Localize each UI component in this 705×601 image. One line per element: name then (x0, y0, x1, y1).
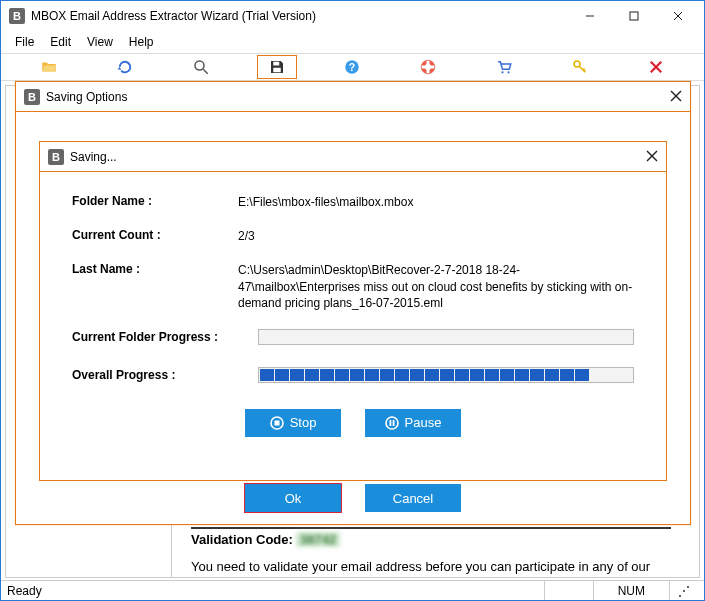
titlebar: B MBOX Email Address Extractor Wizard (T… (1, 1, 704, 31)
svg-rect-7 (273, 68, 281, 73)
svg-rect-26 (274, 420, 279, 425)
stop-icon (270, 416, 284, 430)
folder-name-value: E:\Files\mbox-files\mailbox.mbox (238, 194, 634, 210)
svg-text:?: ? (349, 61, 355, 73)
pause-button[interactable]: Pause (365, 409, 461, 437)
svg-point-18 (574, 61, 580, 67)
search-icon[interactable] (181, 55, 221, 79)
current-folder-progress-label: Current Folder Progress : (72, 330, 258, 344)
status-seg-empty (544, 581, 593, 600)
saving-options-title: Saving Options (46, 90, 127, 104)
lifesaver-icon[interactable] (408, 55, 448, 79)
current-count-label: Current Count : (72, 228, 238, 244)
cancel-button[interactable]: Cancel (365, 484, 461, 512)
close-button[interactable] (656, 2, 700, 30)
app-icon: B (9, 8, 25, 24)
last-name-label: Last Name : (72, 262, 238, 311)
menu-view[interactable]: View (79, 33, 121, 51)
svg-rect-29 (392, 420, 394, 426)
key-icon[interactable] (560, 55, 600, 79)
last-name-value: C:\Users\admin\Desktop\BitRecover-2-7-20… (238, 262, 634, 311)
saving-options-header: B Saving Options (16, 82, 690, 112)
toolbar: ? (1, 53, 704, 81)
saving-progress-dialog: B Saving... Folder Name : E:\Files\mbox-… (39, 141, 667, 481)
ok-button[interactable]: Ok (245, 484, 341, 512)
menu-help[interactable]: Help (121, 33, 162, 51)
saving-progress-header: B Saving... (40, 142, 666, 172)
saving-progress-title: Saving... (70, 150, 117, 164)
overall-progress-label: Overall Progress : (72, 368, 258, 382)
menu-edit[interactable]: Edit (42, 33, 79, 51)
help-icon[interactable]: ? (332, 55, 372, 79)
saving-options-footer: Ok Cancel (16, 484, 690, 512)
svg-rect-6 (273, 62, 279, 66)
pause-icon (385, 416, 399, 430)
svg-point-15 (425, 64, 431, 70)
menu-file[interactable]: File (7, 33, 42, 51)
validation-label: Validation Code: (191, 532, 293, 547)
statusbar: Ready NUM ⋰ (1, 580, 704, 600)
validation-code: 38742 (296, 532, 340, 547)
svg-point-4 (195, 61, 204, 70)
save-icon[interactable] (257, 55, 297, 79)
folder-name-label: Folder Name : (72, 194, 238, 210)
dialog-icon: B (48, 149, 64, 165)
svg-rect-1 (630, 12, 638, 20)
cart-icon[interactable] (484, 55, 524, 79)
saving-options-close-button[interactable] (670, 88, 682, 106)
svg-point-27 (386, 417, 398, 429)
status-ready: Ready (7, 584, 42, 598)
minimize-button[interactable] (568, 2, 612, 30)
svg-line-5 (203, 69, 208, 74)
validation-panel: Validation Code: 38742 You need to valid… (191, 527, 671, 576)
svg-point-16 (502, 71, 504, 73)
svg-point-17 (508, 71, 510, 73)
maximize-button[interactable] (612, 2, 656, 30)
status-seg-grip: ⋰ (669, 581, 698, 600)
window-title: MBOX Email Address Extractor Wizard (Tri… (31, 9, 316, 23)
current-folder-progress-bar (258, 329, 634, 345)
menubar: File Edit View Help (1, 31, 704, 53)
saving-progress-close-button[interactable] (646, 148, 658, 166)
validation-message: You need to validate your email address … (191, 558, 671, 576)
status-num: NUM (593, 581, 669, 600)
overall-progress-bar (258, 367, 634, 383)
stop-button[interactable]: Stop (245, 409, 341, 437)
current-count-value: 2/3 (238, 228, 634, 244)
refresh-icon[interactable] (105, 55, 145, 79)
open-folder-icon[interactable] (29, 55, 69, 79)
svg-rect-28 (389, 420, 391, 426)
dialog-icon: B (24, 89, 40, 105)
exit-icon[interactable] (636, 55, 676, 79)
